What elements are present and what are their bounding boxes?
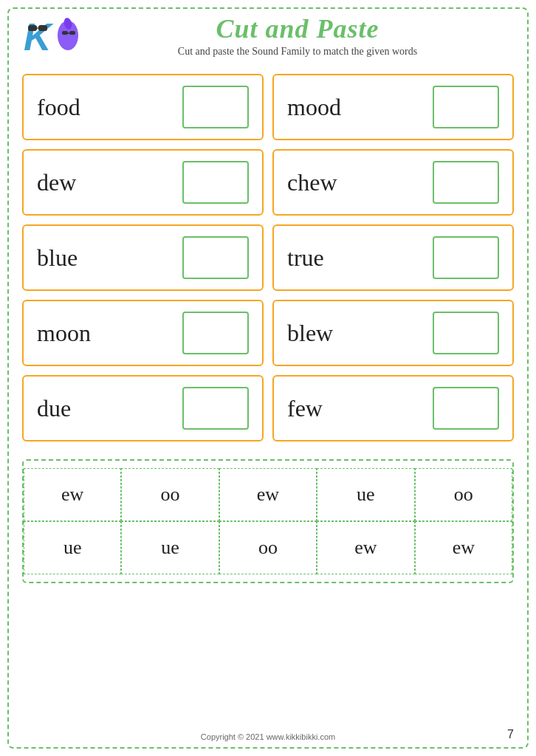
- answer-box-blew[interactable]: [433, 312, 499, 354]
- word-card-dew: dew: [22, 149, 264, 216]
- word-card-blue: blue: [22, 224, 264, 291]
- page-number: 7: [507, 728, 514, 741]
- word-card-mood: mood: [272, 74, 514, 140]
- svg-rect-3: [38, 25, 47, 31]
- logo: K: [22, 13, 81, 58]
- word-due: due: [37, 395, 71, 422]
- answer-box-due[interactable]: [182, 387, 249, 430]
- word-true: true: [287, 244, 324, 272]
- word-mood: mood: [287, 94, 341, 121]
- words-grid: food mood dew chew blue true moon blew d…: [0, 66, 536, 449]
- cut-piece-ew-2[interactable]: ew: [219, 468, 317, 521]
- cut-piece-ue-1[interactable]: ue: [317, 468, 414, 521]
- word-card-true: true: [272, 224, 514, 291]
- word-few: few: [287, 395, 323, 422]
- answer-box-dew[interactable]: [182, 161, 249, 204]
- word-dew: dew: [37, 169, 76, 196]
- cut-section: ew oo ew ue oo ue ue oo ew ew: [22, 459, 514, 583]
- word-card-chew: chew: [272, 149, 514, 216]
- cut-piece-ew-4[interactable]: ew: [415, 521, 512, 574]
- word-card-moon: moon: [22, 300, 264, 366]
- cut-piece-oo-2[interactable]: oo: [415, 468, 512, 521]
- word-card-food: food: [22, 74, 264, 140]
- answer-box-true[interactable]: [433, 236, 499, 279]
- answer-box-moon[interactable]: [182, 312, 249, 354]
- word-chew: chew: [287, 169, 337, 196]
- svg-rect-6: [69, 31, 75, 35]
- word-card-few: few: [272, 375, 514, 441]
- answer-box-blue[interactable]: [182, 236, 249, 279]
- answer-box-mood[interactable]: [433, 86, 499, 128]
- cut-piece-oo-3[interactable]: oo: [219, 521, 317, 574]
- word-blue: blue: [37, 244, 78, 272]
- page-subtitle: Cut and paste the Sound Family to match …: [81, 46, 514, 58]
- cut-piece-oo-1[interactable]: oo: [121, 468, 219, 521]
- header: K Cut and Paste Cut and paste the Sound …: [0, 0, 536, 63]
- svg-rect-2: [28, 25, 37, 31]
- svg-rect-5: [62, 31, 68, 35]
- word-card-due: due: [22, 375, 264, 441]
- cut-piece-ew-1[interactable]: ew: [24, 468, 121, 521]
- answer-box-few[interactable]: [433, 387, 499, 430]
- word-moon: moon: [37, 320, 91, 347]
- cut-piece-ew-3[interactable]: ew: [317, 521, 414, 574]
- cut-row-2: ue ue oo ew ew: [24, 521, 512, 574]
- word-card-blew: blew: [272, 300, 514, 366]
- logo-svg: K: [22, 13, 81, 58]
- header-text: Cut and Paste Cut and paste the Sound Fa…: [81, 13, 514, 58]
- answer-box-chew[interactable]: [433, 161, 499, 204]
- cut-piece-ue-3[interactable]: ue: [121, 521, 219, 574]
- word-blew: blew: [287, 320, 333, 347]
- answer-box-food[interactable]: [182, 86, 249, 128]
- cut-row-1: ew oo ew ue oo: [24, 468, 512, 521]
- logo-k-letter: K: [24, 16, 54, 58]
- page-title: Cut and Paste: [81, 13, 514, 44]
- word-food: food: [37, 94, 80, 121]
- cut-piece-ue-2[interactable]: ue: [24, 521, 121, 574]
- footer-copyright: Copyright © 2021 www.kikkibikki.com: [0, 732, 536, 741]
